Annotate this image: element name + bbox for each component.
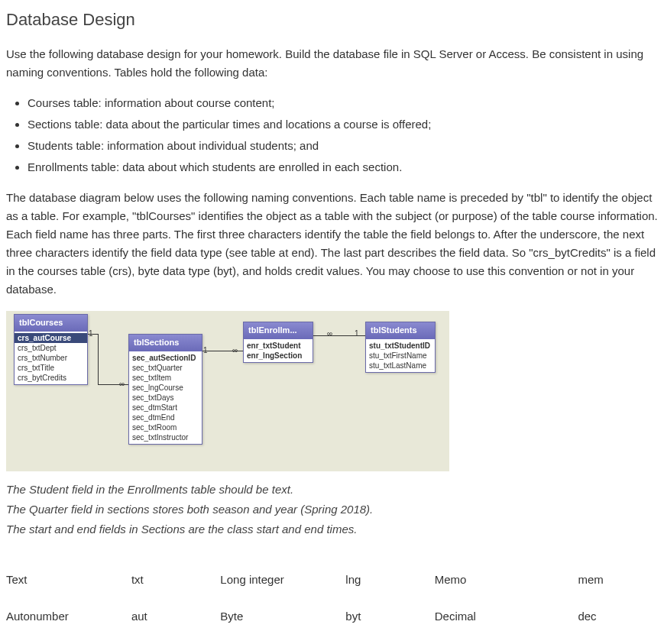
table-cell: Long integer [220, 561, 345, 598]
db-field: sec_txtDays [129, 393, 202, 403]
list-item: Students table: information about indivi… [28, 137, 658, 155]
note-line: The start and end fields in Sections are… [6, 520, 658, 539]
db-field: stu_txtLastName [366, 361, 435, 371]
table-cell: byt [345, 598, 434, 635]
table-cell: Single [435, 635, 578, 644]
db-field: sec_txtItem [129, 373, 202, 383]
db-field: crs_bytCredits [15, 373, 87, 383]
table-cell: Text [6, 561, 131, 598]
list-item: Sections table: data about the particula… [28, 115, 658, 134]
db-field: sec_txtRoom [129, 422, 202, 432]
table-cell: Memo [435, 561, 578, 598]
tables-list: Courses table: information about course … [6, 94, 658, 176]
db-field: stu_txtFirstName [366, 351, 435, 361]
table-cell: Byte [220, 598, 345, 635]
table-row: TexttxtLong integerlngMemomem [6, 561, 658, 598]
db-table-header: tblSections [129, 335, 202, 351]
relationship-label: 1 [203, 345, 208, 357]
note-line: The Student field in the Enrollments tab… [6, 481, 658, 499]
table-row: AutonumberautBytebytDecimaldec [6, 598, 658, 635]
db-field: crs_txtDept [15, 343, 87, 353]
database-diagram: tblCoursescrs_autCoursecrs_txtDeptcrs_tx… [6, 311, 449, 471]
db-field: crs_txtNumber [15, 353, 87, 363]
relationship-label: ∞ [232, 345, 238, 357]
table-cell: Date/Time [6, 635, 131, 644]
db-field: enr_lngSection [244, 351, 313, 361]
db-field: enr_txtStudent [244, 341, 313, 351]
relationship-label: 1 [355, 328, 359, 340]
db-field: sec_lngCourse [129, 383, 202, 393]
relationship-label: 1 [89, 328, 93, 340]
db-field: crs_autCourse [15, 333, 87, 343]
relationship-label: ∞ [327, 328, 332, 340]
table-cell: txt [131, 561, 220, 598]
db-field: sec_txtInstructor [129, 432, 202, 442]
db-field: stu_txtStudentID [366, 341, 435, 351]
diagram-notes: The Student field in the Enrollments tab… [6, 481, 658, 539]
list-item: Courses table: information about course … [28, 94, 658, 112]
table-cell: sng [578, 635, 658, 644]
list-item: Enrollments table: data about which stud… [28, 158, 658, 176]
db-table-header: tblEnrollm... [244, 322, 313, 339]
table-cell: mem [578, 561, 658, 598]
db-field: sec_autSectionID [129, 353, 202, 363]
table-cell: Autonumber [6, 598, 131, 635]
table-cell: lng [345, 561, 434, 598]
table-cell: aut [131, 598, 220, 635]
table-cell: dtm [131, 635, 220, 644]
table-cell: Decimal [435, 598, 578, 635]
db-table: tblEnrollm...enr_txtStudentenr_lngSectio… [243, 322, 313, 363]
table-row: Date/TimedtmIntegerintSinglesng [6, 635, 658, 644]
explanation-paragraph: The database diagram below uses the foll… [6, 189, 658, 299]
table-cell: int [345, 635, 434, 644]
intro-paragraph: Use the following database design for yo… [6, 45, 658, 82]
db-field: sec_txtQuarter [129, 363, 202, 373]
datatype-table: TexttxtLong integerlngMemomemAutonumbera… [6, 561, 658, 644]
table-cell: Integer [220, 635, 345, 644]
db-table: tblStudentsstu_txtStudentIDstu_txtFirstN… [365, 322, 436, 373]
db-table-header: tblCourses [15, 315, 87, 332]
db-field: crs_txtTitle [15, 363, 87, 373]
page-title: Database Design [6, 6, 658, 33]
db-field: sec_dtmStart [129, 403, 202, 413]
db-field: sec_dtmEnd [129, 413, 202, 422]
note-line: The Quarter field in sections stores bot… [6, 500, 658, 519]
db-table-header: tblStudents [366, 322, 435, 339]
table-cell: dec [578, 598, 658, 635]
relationship-label: ∞ [119, 378, 125, 390]
db-table: tblSectionssec_autSectionIDsec_txtQuarte… [128, 334, 202, 445]
db-table: tblCoursescrs_autCoursecrs_txtDeptcrs_tx… [14, 314, 88, 385]
